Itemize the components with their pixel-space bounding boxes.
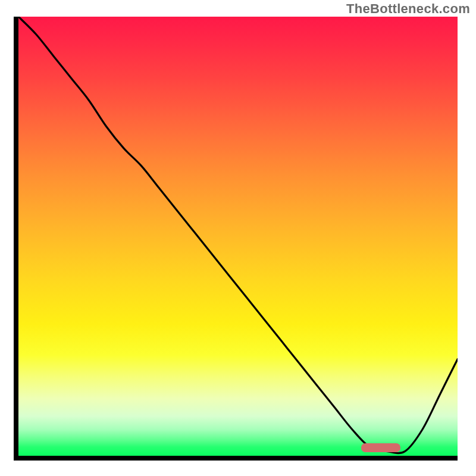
chart-frame [14, 17, 462, 465]
attribution-label: TheBottleneck.com [346, 1, 470, 17]
bottleneck-curve [18, 17, 458, 456]
x-axis [14, 456, 458, 461]
y-axis [14, 17, 18, 461]
plot-area [18, 17, 458, 456]
optimal-range-marker [361, 443, 400, 452]
